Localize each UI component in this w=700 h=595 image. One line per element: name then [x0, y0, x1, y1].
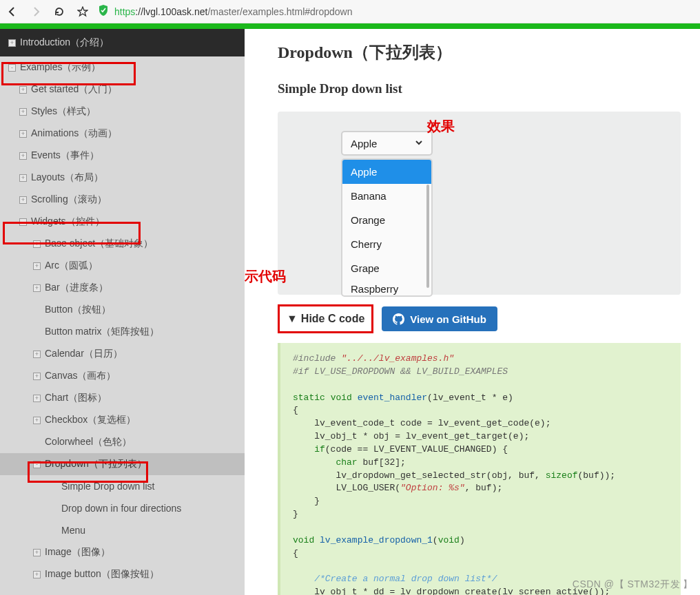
sidebar-item-label: Introduction（介绍） [20, 36, 109, 49]
expand-icon[interactable]: + [33, 373, 41, 380]
demo-panel: Apple AppleBananaOrangeCherryGrapeRaspbe… [278, 112, 681, 295]
chevron-down-icon [415, 138, 423, 149]
sidebar-item-label: Image（图像） [45, 546, 110, 559]
dropdown-option[interactable]: Cherry [342, 232, 431, 256]
back-button[interactable] [4, 3, 21, 20]
sidebar-item-label: Colorwheel（色轮） [45, 436, 132, 448]
sidebar-item-label: Animations（动画） [31, 127, 117, 140]
hide-code-label: Hide C code [301, 313, 364, 325]
sidebar-item-label: Dropdown（下拉列表） [45, 458, 147, 470]
sidebar-item-22[interactable]: Menu [0, 519, 245, 541]
sidebar-item-label: Base object（基础对象） [45, 238, 153, 250]
dropdown-option[interactable]: Banana [342, 184, 431, 208]
sidebar: +Introduction（介绍）-Examples（示例）+Get start… [0, 29, 245, 595]
forward-button[interactable] [28, 3, 44, 20]
expand-icon[interactable]: + [19, 108, 27, 116]
address-bar[interactable]: https://lvgl.100ask.net/master/examples.… [98, 4, 696, 19]
scrollbar[interactable] [426, 185, 429, 288]
sidebar-item-label: Image button（图像按钮） [45, 568, 159, 581]
section-title: Simple Drop down list [278, 81, 681, 96]
reload-button[interactable] [51, 3, 68, 20]
expand-icon[interactable]: + [33, 395, 41, 402]
sidebar-item-17[interactable]: +Checkbox（复选框） [0, 409, 245, 431]
tree-spacer [33, 439, 41, 446]
sidebar-item-label: Bar（进度条） [45, 282, 108, 294]
sidebar-item-2[interactable]: +Get started（入门） [0, 79, 245, 101]
sidebar-item-11[interactable]: +Bar（进度条） [0, 277, 245, 299]
code-block: #include "../../lv_examples.h" #if LV_US… [278, 343, 681, 595]
annotation-showcode: 显示代码 [245, 267, 286, 286]
expand-icon[interactable]: + [19, 130, 27, 138]
sidebar-item-21[interactable]: Drop down in four directions [0, 497, 245, 519]
sidebar-item-label: Button（按钮） [45, 304, 111, 316]
sidebar-item-9[interactable]: +Base object（基础对象） [0, 233, 245, 255]
sidebar-item-0[interactable]: +Introduction（介绍） [0, 29, 245, 56]
sidebar-item-15[interactable]: +Canvas（画布） [0, 365, 245, 387]
dropdown-list[interactable]: AppleBananaOrangeCherryGrapeRaspberry [341, 158, 433, 297]
sidebar-item-1[interactable]: -Examples（示例） [0, 56, 245, 79]
sidebar-item-24[interactable]: +Image button（图像按钮） [0, 563, 245, 585]
sidebar-item-label: Arc（圆弧） [45, 260, 98, 272]
sidebar-item-4[interactable]: +Animations（动画） [0, 123, 245, 145]
expand-icon[interactable]: + [33, 351, 41, 358]
accent-strip [0, 23, 700, 29]
hide-code-button[interactable]: ▼ Hide C code [280, 306, 371, 331]
dropdown-option[interactable]: Apple [342, 160, 431, 184]
dropdown-option[interactable]: Raspberry [342, 280, 431, 295]
sidebar-item-14[interactable]: +Calendar（日历） [0, 343, 245, 365]
tree-spacer [50, 505, 57, 512]
expand-icon[interactable]: + [8, 39, 16, 47]
sidebar-item-13[interactable]: Button matrix（矩阵按钮） [0, 321, 245, 343]
sidebar-item-label: Menu [61, 525, 85, 536]
sidebar-item-6[interactable]: +Layouts（布局） [0, 167, 245, 189]
collapse-icon[interactable]: - [8, 64, 16, 72]
content-area: Dropdown（下拉列表） Simple Drop down list App… [245, 29, 700, 595]
expand-icon[interactable]: + [33, 549, 41, 556]
sidebar-item-23[interactable]: +Image（图像） [0, 541, 245, 563]
sidebar-item-20[interactable]: Simple Drop down list [0, 475, 245, 497]
collapse-icon[interactable]: - [19, 218, 27, 226]
expand-icon[interactable]: + [33, 571, 41, 578]
sidebar-item-label: Button matrix（矩阵按钮） [45, 326, 159, 338]
tree-spacer [33, 306, 41, 314]
shield-icon [98, 4, 109, 19]
sidebar-item-label: Calendar（日历） [45, 348, 123, 360]
url-text: https://lvgl.100ask.net/master/examples.… [114, 6, 353, 17]
expand-icon[interactable]: + [19, 152, 27, 160]
sidebar-item-label: Simple Drop down list [61, 481, 154, 492]
expand-icon[interactable]: + [33, 417, 41, 424]
dropdown-option[interactable]: Orange [342, 208, 431, 232]
sidebar-item-label: Examples（示例） [20, 61, 101, 74]
watermark: CSDN @【 STM32开发 】 [573, 578, 693, 591]
expand-icon[interactable]: + [19, 174, 27, 182]
dropdown-option[interactable]: Grape [342, 256, 431, 280]
sidebar-item-10[interactable]: +Arc（圆弧） [0, 255, 245, 277]
sidebar-item-5[interactable]: +Events（事件） [0, 145, 245, 167]
sidebar-item-12[interactable]: Button（按钮） [0, 299, 245, 321]
view-github-button[interactable]: View on GitHub [382, 306, 497, 331]
sidebar-item-19[interactable]: -Dropdown（下拉列表） [0, 453, 245, 475]
tree-spacer [50, 483, 57, 490]
sidebar-item-18[interactable]: Colorwheel（色轮） [0, 431, 245, 453]
collapse-icon[interactable]: - [33, 461, 41, 468]
tree-spacer [50, 527, 57, 534]
dropdown-closed[interactable]: Apple [341, 131, 433, 156]
sidebar-item-8[interactable]: -Widgets（控件） [0, 211, 245, 233]
github-icon [393, 313, 404, 325]
expand-icon[interactable]: + [33, 284, 41, 292]
bookmark-button[interactable] [74, 3, 91, 20]
hide-code-highlight: ▼ Hide C code [278, 304, 373, 333]
sidebar-item-16[interactable]: +Chart（图标） [0, 387, 245, 409]
expand-icon[interactable]: + [33, 240, 41, 248]
sidebar-item-label: Drop down in four directions [61, 503, 181, 514]
sidebar-item-3[interactable]: +Styles（样式） [0, 101, 245, 123]
triangle-down-icon: ▼ [287, 313, 298, 325]
sidebar-item-label: Scrolling（滚动） [31, 194, 107, 206]
expand-icon[interactable]: + [19, 196, 27, 204]
expand-icon[interactable]: + [33, 262, 41, 270]
sidebar-item-label: Get started（入门） [31, 83, 117, 96]
expand-icon[interactable]: + [19, 86, 27, 94]
dropdown-selected: Apple [351, 138, 377, 149]
annotation-effect: 效果 [427, 117, 455, 136]
sidebar-item-7[interactable]: +Scrolling（滚动） [0, 189, 245, 211]
